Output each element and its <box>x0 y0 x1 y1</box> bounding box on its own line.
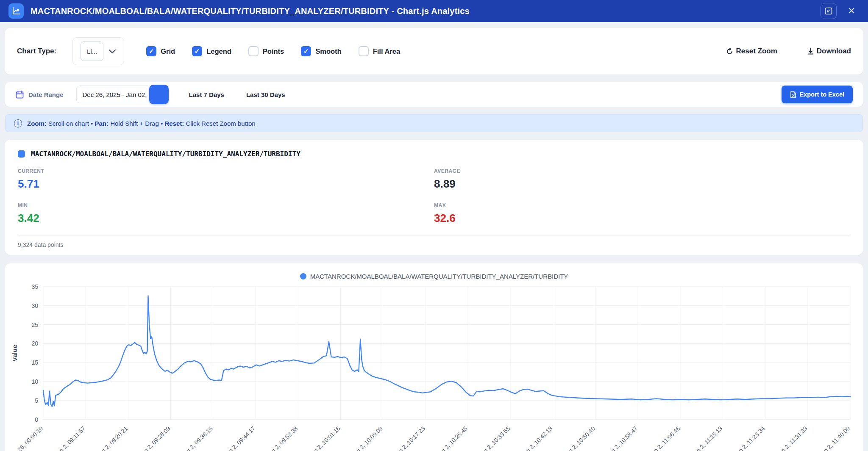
chart-type-value: Li... <box>81 42 103 61</box>
chart-svg[interactable]: 05101520253035Dec 26, 00:00:10Jan 2, 09:… <box>8 282 860 451</box>
y-tick-label: 15 <box>31 359 38 366</box>
stat-current: CURRENT5.71 <box>18 168 434 191</box>
series-title: MACTANROCK/MOALBOAL/BALA/WATERQUALITY/TU… <box>31 150 300 158</box>
stat-min: MIN3.42 <box>18 202 434 225</box>
excel-file-icon <box>790 91 796 98</box>
stat-value: 5.71 <box>18 177 434 191</box>
checkbox-fill-area[interactable]: Fill Area <box>359 46 401 56</box>
line-chart-icon <box>8 3 24 19</box>
x-tick-label: Jan 2, 11:40:00 <box>818 425 851 451</box>
checked-checkbox-icon[interactable]: ✓ <box>146 46 156 56</box>
y-tick-label: 0 <box>35 416 38 423</box>
date-apply-button[interactable] <box>149 85 169 104</box>
x-tick-label: Jan 2, 11:23:34 <box>733 425 766 451</box>
download-label: Download <box>817 47 851 55</box>
zoom-help-text: Zoom: Scroll on chart • Pan: Hold Shift … <box>27 120 256 127</box>
x-tick-label: Jan 2, 11:06:46 <box>648 425 682 451</box>
stat-value: 8.89 <box>434 177 850 191</box>
data-point-count: 9,324 data points <box>18 235 850 248</box>
stat-value: 3.42 <box>18 212 434 225</box>
export-to-excel-button[interactable]: Export to Excel <box>782 86 853 103</box>
series-line <box>43 296 850 407</box>
line-chart[interactable]: 05101520253035Dec 26, 00:00:10Jan 2, 09:… <box>8 282 860 451</box>
stat-max: MAX32.6 <box>434 202 850 225</box>
window-title-bar: MACTANROCK/MOALBOAL/BALA/WATERQUALITY/TU… <box>0 0 868 22</box>
x-tick-label: Jan 2, 11:15:13 <box>690 425 724 451</box>
y-tick-label: 20 <box>31 340 38 347</box>
window-title: MACTANROCK/MOALBOAL/BALA/WATERQUALITY/TU… <box>31 6 470 16</box>
chart-type-label: Chart Type: <box>17 47 56 55</box>
x-tick-label: Jan 2, 09:36:16 <box>180 425 214 451</box>
download-button[interactable]: Download <box>807 47 851 55</box>
last-30-days-button[interactable]: Last 30 Days <box>246 91 285 98</box>
date-range-label: Date Range <box>28 91 64 98</box>
x-tick-label: Jan 2, 11:31:33 <box>775 425 809 451</box>
export-to-excel-label: Export to Excel <box>799 91 844 98</box>
checkbox-label: Smooth <box>315 47 341 55</box>
chart-type-select[interactable]: Li... <box>72 37 124 65</box>
reset-zoom-label: Reset Zoom <box>736 47 777 55</box>
stat-label: MAX <box>434 202 850 208</box>
x-tick-label: Jan 2, 09:20:21 <box>95 425 129 451</box>
calendar-icon <box>15 90 24 99</box>
open-in-window-icon[interactable] <box>821 3 837 19</box>
x-tick-label: Dec 26, 00:00:10 <box>8 425 44 451</box>
checkbox-label: Points <box>263 47 284 55</box>
y-tick-label: 10 <box>31 378 38 385</box>
stats-grid: CURRENT5.71AVERAGE8.89MIN3.42MAX32.6 <box>18 168 850 225</box>
last-7-days-button[interactable]: Last 7 Days <box>189 91 224 98</box>
series-color-swatch <box>18 150 25 158</box>
x-tick-label: Jan 2, 10:01:16 <box>308 425 342 451</box>
x-tick-label: Jan 2, 10:17:23 <box>393 425 427 451</box>
x-tick-label: Jan 2, 10:09:09 <box>350 425 384 451</box>
page-body: Chart Type: Li... ✓Grid✓LegendPoints✓Smo… <box>0 28 868 451</box>
date-range-card: Date Range Dec 26, 2025 - Jan 02, Last 7… <box>5 82 863 107</box>
x-tick-label: Jan 2, 09:52:38 <box>265 425 299 451</box>
checkbox-smooth[interactable]: ✓Smooth <box>301 46 341 56</box>
x-tick-label: Jan 2, 10:50:40 <box>562 425 596 451</box>
checkbox-label: Fill Area <box>373 47 401 55</box>
x-tick-label: Jan 2, 09:28:09 <box>138 425 172 451</box>
x-tick-label: Jan 2, 10:42:18 <box>520 425 554 451</box>
unchecked-checkbox-icon[interactable] <box>359 46 369 56</box>
chart-legend[interactable]: MACTANROCK/MOALBOAL/BALA/WATERQUALITY/TU… <box>8 273 860 280</box>
date-range-input[interactable]: Dec 26, 2025 - Jan 02, <box>76 86 148 103</box>
chart-option-checkboxes: ✓Grid✓LegendPoints✓SmoothFill Area <box>146 46 400 56</box>
stat-label: CURRENT <box>18 168 434 174</box>
stat-label: MIN <box>18 202 434 208</box>
stat-value: 32.6 <box>434 212 850 225</box>
series-header: MACTANROCK/MOALBOAL/BALA/WATERQUALITY/TU… <box>18 150 850 158</box>
y-tick-label: 35 <box>31 283 38 290</box>
y-tick-label: 25 <box>31 321 38 328</box>
series-stats-card: MACTANROCK/MOALBOAL/BALA/WATERQUALITY/TU… <box>5 140 863 255</box>
y-axis-title: Value <box>11 345 18 361</box>
checkbox-label: Grid <box>161 47 175 55</box>
x-tick-label: Jan 2, 09:11:57 <box>53 425 87 451</box>
y-tick-label: 5 <box>35 397 38 404</box>
download-icon <box>807 48 814 55</box>
chevron-down-icon <box>108 49 116 54</box>
chart-card: MACTANROCK/MOALBOAL/BALA/WATERQUALITY/TU… <box>5 263 863 451</box>
info-icon: i <box>14 119 22 127</box>
reset-icon <box>726 48 733 55</box>
legend-dot-icon <box>300 273 306 279</box>
legend-label: MACTANROCK/MOALBOAL/BALA/WATERQUALITY/TU… <box>310 273 568 280</box>
reset-zoom-button[interactable]: Reset Zoom <box>726 47 777 55</box>
checkbox-grid[interactable]: ✓Grid <box>146 46 175 56</box>
y-tick-label: 30 <box>31 302 38 309</box>
checked-checkbox-icon[interactable]: ✓ <box>192 46 202 56</box>
toolbar-actions: Reset Zoom Download <box>726 47 851 55</box>
zoom-help-banner: i Zoom: Scroll on chart • Pan: Hold Shif… <box>5 114 863 132</box>
chart-controls-card: Chart Type: Li... ✓Grid✓LegendPoints✓Smo… <box>5 28 863 75</box>
x-tick-label: Jan 2, 10:25:45 <box>435 425 469 451</box>
checkbox-points[interactable]: Points <box>248 46 284 56</box>
stat-average: AVERAGE8.89 <box>434 168 850 191</box>
close-icon[interactable]: ✕ <box>843 3 860 19</box>
checkbox-label: Legend <box>206 47 231 55</box>
x-tick-label: Jan 2, 09:44:17 <box>223 425 257 451</box>
stat-label: AVERAGE <box>434 168 850 174</box>
unchecked-checkbox-icon[interactable] <box>248 46 259 56</box>
checked-checkbox-icon[interactable]: ✓ <box>301 46 311 56</box>
x-tick-label: Jan 2, 10:33:55 <box>478 425 512 451</box>
checkbox-legend[interactable]: ✓Legend <box>192 46 231 56</box>
